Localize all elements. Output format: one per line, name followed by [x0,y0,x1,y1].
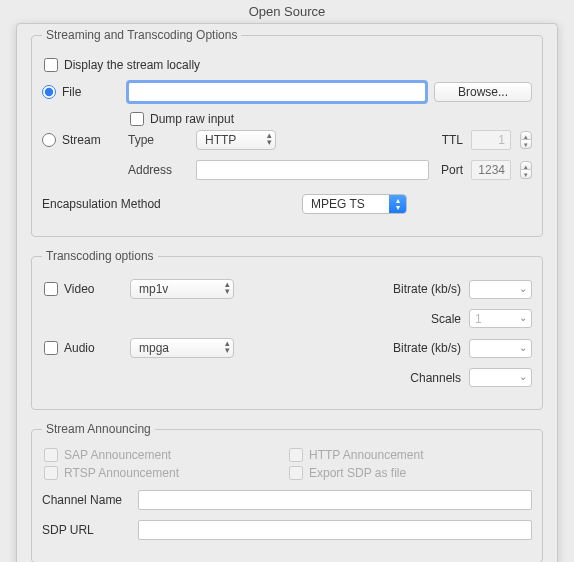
video-row: Video mp1v Bitrate (kb/s) [42,279,532,299]
encapsulation-row: Encapsulation Method MPEG TS ▴▾ [42,194,532,214]
caret-icon [225,340,230,354]
dump-raw-checkbox[interactable] [130,112,144,126]
export-sdp-label: Export SDP as file [309,466,406,480]
encapsulation-label: Encapsulation Method [42,197,161,211]
video-scale-row: Scale 1 [42,309,532,328]
window-title: Open Source [0,0,574,21]
port-input[interactable] [471,160,511,180]
encapsulation-value: MPEG TS [303,197,389,211]
type-select[interactable]: HTTP [196,130,276,150]
rtsp-checkbox [44,466,58,480]
audio-channels-row: Channels [42,368,532,387]
video-label: Video [64,282,94,296]
video-bitrate-label: Bitrate (kb/s) [393,282,461,296]
http-announce-checkbox [289,448,303,462]
audio-label: Audio [64,341,95,355]
caret-icon [225,281,230,295]
display-locally-row: Display the stream locally [42,58,532,72]
browse-button[interactable]: Browse... [434,82,532,102]
stream-address-row: Address Port ▴▾ [128,160,532,180]
streaming-transcoding-legend: Streaming and Transcoding Options [42,28,241,42]
rtsp-label: RTSP Announcement [64,466,179,480]
video-bitrate-combo[interactable] [469,280,532,299]
address-input[interactable] [196,160,429,180]
channel-name-input[interactable] [138,490,532,510]
address-label: Address [128,163,188,177]
file-path-input[interactable] [128,82,426,102]
video-codec-select[interactable]: mp1v [130,279,234,299]
dump-raw-row: Dump raw input [128,112,532,126]
ttl-stepper[interactable]: ▴▾ [520,131,532,149]
port-stepper[interactable]: ▴▾ [520,161,532,179]
channels-combo[interactable] [469,368,532,387]
streaming-transcoding-fieldset: Streaming and Transcoding Options Displa… [31,28,543,237]
channel-name-label: Channel Name [42,493,130,507]
caret-icon [267,132,272,146]
export-sdp-checkbox [289,466,303,480]
dialog-sheet: Streaming and Transcoding Options Displa… [16,23,558,562]
sap-label: SAP Announcement [64,448,171,462]
file-radio[interactable] [42,85,56,99]
audio-codec-select[interactable]: mpga [130,338,234,358]
sdp-url-row: SDP URL [42,520,532,540]
sdp-url-input[interactable] [138,520,532,540]
ttl-input[interactable] [471,130,511,150]
encapsulation-select[interactable]: MPEG TS ▴▾ [302,194,407,214]
scale-label: Scale [431,312,461,326]
file-row: File Browse... [42,82,532,102]
channels-label: Channels [410,371,461,385]
video-checkbox[interactable] [44,282,58,296]
audio-codec-value: mpga [139,341,169,355]
channel-name-row: Channel Name [42,490,532,510]
transcoding-legend: Transcoding options [42,249,158,263]
audio-checkbox[interactable] [44,341,58,355]
caret-icon: ▴▾ [389,195,406,213]
transcoding-fieldset: Transcoding options Video mp1v Bitrate (… [31,249,543,410]
audio-bitrate-label: Bitrate (kb/s) [393,341,461,355]
stream-radio-label: Stream [62,133,101,147]
http-announce-label: HTTP Announcement [309,448,424,462]
sap-checkbox [44,448,58,462]
stream-announcing-fieldset: Stream Announcing SAP Announcement HTTP … [31,422,543,562]
video-codec-value: mp1v [139,282,168,296]
ttl-label: TTL [442,133,463,147]
scale-combo[interactable]: 1 [469,309,532,328]
scale-value: 1 [475,312,482,326]
type-value: HTTP [205,133,236,147]
port-label: Port [441,163,463,177]
sdp-url-label: SDP URL [42,523,130,537]
stream-type-row: Stream Type HTTP TTL ▴▾ [42,130,532,150]
stream-announcing-legend: Stream Announcing [42,422,155,436]
audio-row: Audio mpga Bitrate (kb/s) [42,338,532,358]
announce-grid: SAP Announcement HTTP Announcement RTSP … [42,448,532,480]
display-locally-checkbox[interactable] [44,58,58,72]
dump-raw-label: Dump raw input [150,112,234,126]
audio-bitrate-combo[interactable] [469,339,532,358]
type-label: Type [128,133,188,147]
file-radio-label: File [62,85,81,99]
display-locally-label: Display the stream locally [64,58,200,72]
stream-radio[interactable] [42,133,56,147]
